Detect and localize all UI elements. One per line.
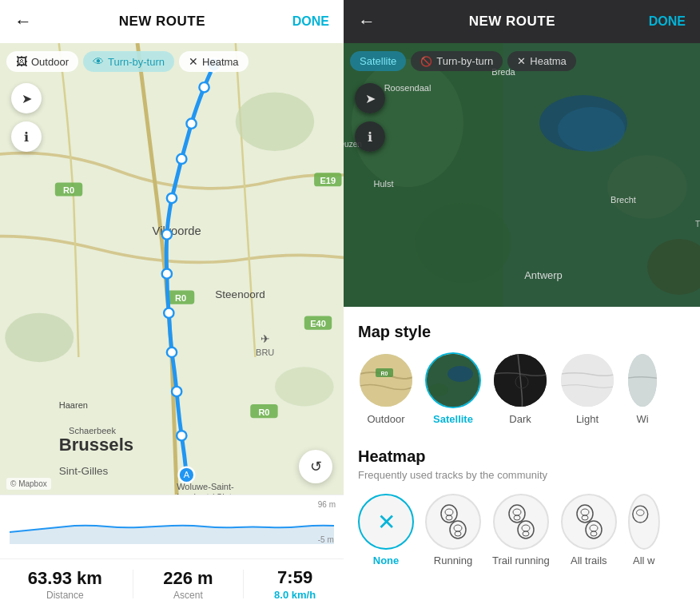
svg-point-34	[167, 193, 177, 203]
heatmap-subtitle: Frequently used tracks by the community	[358, 469, 686, 481]
mapbox-logo: © Mapbox	[6, 478, 51, 490]
all-trails-label: All trails	[571, 554, 607, 566]
trail-running-thumb	[493, 494, 549, 550]
stat-divider-2	[243, 570, 244, 598]
filter-heatmap-label: Heatma	[202, 56, 239, 68]
all-w-thumb	[628, 494, 660, 550]
svg-text:E40: E40	[310, 319, 326, 328]
style-option-satellite[interactable]: Satellite	[425, 352, 481, 425]
svg-rect-57	[427, 354, 481, 408]
svg-point-78	[582, 515, 588, 520]
svg-point-2	[5, 313, 74, 362]
outdoor-thumb: R0	[358, 352, 414, 408]
svg-text:Brussels: Brussels	[59, 435, 133, 455]
elevation-max: 96 m	[318, 500, 336, 509]
svg-text:Vilvoorde: Vilvoorde	[153, 225, 201, 237]
dark-thumb	[492, 352, 548, 408]
svg-rect-54	[360, 354, 414, 408]
satellite-thumb	[425, 352, 481, 408]
time-value: 7:59	[274, 567, 316, 588]
info-button[interactable]: ℹ	[11, 121, 42, 152]
eye-icon: 👁	[93, 55, 104, 68]
map-style-section: Map style R0	[358, 323, 686, 425]
heatmap-option-all-w[interactable]: All w	[628, 494, 660, 566]
right-close-icon: ✕	[517, 55, 526, 67]
svg-point-66	[446, 515, 452, 520]
right-filter-bar: Satellite 🚫 Turn-by-turn ✕ Heatma	[350, 51, 694, 71]
svg-rect-62	[561, 354, 615, 408]
ascent-label: Ascent	[163, 590, 213, 601]
heatmap-option-all-trails[interactable]: All trails	[561, 494, 617, 566]
heatmap-option-trail-running[interactable]: Trail running	[492, 494, 550, 566]
svg-point-28	[177, 431, 186, 440]
svg-text:Schaerbeek: Schaerbeek	[69, 426, 116, 435]
svg-point-31	[164, 308, 173, 318]
heatmap-option-running[interactable]: Running	[425, 494, 481, 566]
svg-text:Hulst: Hulst	[373, 179, 393, 189]
outdoor-label: Outdoor	[368, 413, 405, 425]
svg-text:Turnb: Turnb	[695, 220, 700, 229]
right-filter-heatmap[interactable]: ✕ Heatma	[507, 51, 576, 71]
left-filter-bar: 🖼 Outdoor 👁 Turn-by-turn ✕ Heatma	[6, 51, 337, 72]
filter-turn-by-turn[interactable]: 👁 Turn-by-turn	[83, 51, 174, 72]
svg-point-33	[162, 229, 172, 239]
svg-point-82	[633, 506, 648, 523]
svg-point-71	[513, 509, 521, 515]
style-option-dark[interactable]: Dark	[492, 352, 548, 425]
style-option-outdoor[interactable]: R0 Outdoor	[358, 352, 414, 425]
svg-text:R0: R0	[258, 407, 269, 417]
location-button[interactable]: ➤	[11, 83, 42, 113]
svg-point-44	[416, 203, 511, 283]
left-done-button[interactable]: DONE	[292, 14, 329, 29]
svg-text:Steenoord: Steenoord	[215, 288, 264, 300]
elevation-chart: 96 m -5 m	[0, 495, 344, 558]
filter-heatmap[interactable]: ✕ Heatma	[179, 51, 249, 72]
right-back-button[interactable]: ←	[358, 11, 376, 32]
right-map-controls: ➤ ℹ	[355, 83, 385, 152]
svg-point-59	[429, 383, 448, 396]
svg-text:Roosendaal: Roosendaal	[384, 83, 432, 93]
svg-point-72	[514, 515, 520, 520]
svg-text:BRU: BRU	[256, 348, 274, 357]
refresh-button[interactable]: ↺	[299, 450, 332, 483]
trail-running-label: Trail running	[492, 554, 550, 566]
right-filter-satellite[interactable]: Satellite	[350, 51, 406, 71]
svg-point-81	[591, 531, 597, 536]
speed-value: 8.0 km/h	[274, 589, 316, 601]
left-page-title: NEW ROUTE	[119, 14, 205, 30]
right-info-button[interactable]: ℹ	[355, 121, 385, 152]
elevation-min: -5 m	[318, 535, 336, 544]
style-option-wi[interactable]: Wi	[626, 352, 658, 425]
right-heatmap-label: Heatma	[530, 55, 567, 67]
none-label: None	[373, 554, 400, 566]
svg-text:Sint-Gilles: Sint-Gilles	[59, 465, 109, 477]
svg-point-37	[199, 82, 209, 92]
right-done-button[interactable]: DONE	[649, 14, 686, 29]
svg-text:Brecht: Brecht	[611, 195, 636, 205]
heatmap-options: ✕ None	[358, 494, 686, 566]
right-filter-turn[interactable]: 🚫 Turn-by-turn	[411, 51, 503, 71]
style-option-light[interactable]: Light	[559, 352, 615, 425]
svg-point-36	[186, 119, 196, 129]
all-w-label: All w	[633, 554, 654, 566]
right-location-button[interactable]: ➤	[355, 83, 385, 113]
right-panel: ← NEW ROUTE DONE Roosendaal Breda Hulst …	[344, 0, 700, 612]
svg-text:✈: ✈	[261, 333, 270, 345]
satellite-label: Satellite	[360, 55, 396, 67]
left-back-button[interactable]: ←	[14, 11, 32, 32]
style-options: R0 Outdoor	[358, 352, 686, 425]
svg-point-35	[177, 154, 186, 164]
distance-value: 63.93 km	[28, 568, 102, 589]
svg-text:R0: R0	[63, 185, 74, 195]
svg-point-65	[445, 509, 453, 515]
heatmap-option-none[interactable]: ✕ None	[358, 494, 414, 566]
map-style-title: Map style	[358, 323, 686, 341]
svg-text:R0: R0	[175, 293, 186, 303]
svg-point-69	[455, 531, 461, 536]
filter-outdoor-label: Outdoor	[31, 56, 69, 68]
filter-outdoor[interactable]: 🖼 Outdoor	[6, 51, 78, 72]
left-map-area: R0 R0 R0 E40 E19 Vilvoorde Steenoord Bru…	[0, 43, 344, 495]
filter-turn-label: Turn-by-turn	[108, 56, 165, 68]
svg-point-58	[447, 366, 473, 382]
elevation-labels: 96 m -5 m	[318, 500, 336, 544]
